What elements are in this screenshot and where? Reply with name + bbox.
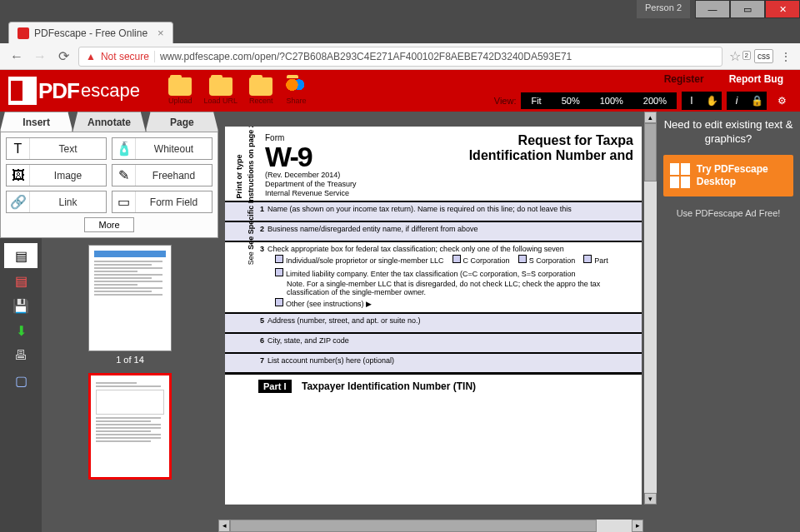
- form-row-2[interactable]: 2Business name/disregarded entity name, …: [225, 221, 642, 241]
- hand-cursor-icon[interactable]: ✋: [702, 92, 722, 110]
- checkbox-ccorp[interactable]: [452, 255, 461, 263]
- side-save-icon[interactable]: 💾: [4, 293, 38, 318]
- extension-badge: 2: [742, 51, 751, 60]
- css-extension-icon[interactable]: css: [754, 49, 773, 63]
- horizontal-scroll-thumb[interactable]: [230, 520, 597, 532]
- forward-button: →: [32, 49, 48, 64]
- tab-insert[interactable]: Insert: [0, 112, 72, 132]
- report-bug-link[interactable]: Report Bug: [729, 73, 783, 85]
- form-title-2: Identification Number and: [365, 148, 633, 163]
- text-cursor-icon[interactable]: I: [682, 92, 702, 110]
- info-icon[interactable]: i: [727, 92, 747, 110]
- gear-icon[interactable]: ⚙: [772, 92, 792, 110]
- side-blank-icon[interactable]: ▢: [4, 368, 38, 393]
- side-doc-icon[interactable]: ▤: [4, 268, 38, 293]
- view-50-button[interactable]: 50%: [552, 92, 590, 109]
- scroll-down-icon[interactable]: ▾: [644, 493, 657, 505]
- tool-image[interactable]: 🖼Image: [6, 164, 107, 186]
- document-viewport[interactable]: Print or type See See Specific Instructi…: [218, 112, 657, 532]
- form-row-7[interactable]: 7List account number(s) here (optional): [225, 353, 642, 373]
- form-row-5[interactable]: 5Address (number, street, and apt. or su…: [225, 313, 642, 333]
- scroll-right-icon[interactable]: ▸: [632, 520, 643, 532]
- view-100-button[interactable]: 100%: [590, 92, 633, 109]
- browser-tab[interactable]: PDFescape - Free Online ×: [8, 22, 173, 43]
- checkbox-scorp[interactable]: [518, 255, 527, 263]
- loadurl-button[interactable]: Load URL: [203, 77, 238, 105]
- window-titlebar: Person 2 — ▭ ✕: [0, 0, 800, 18]
- url-text: www.pdfescape.com/open/?C27B608AB293C4E2…: [160, 51, 572, 62]
- checkbox-llc[interactable]: [275, 268, 283, 276]
- part-1-title: Taxpayer Identification Number (TIN): [302, 380, 476, 392]
- checkbox-partnership[interactable]: [583, 255, 592, 263]
- form-irs: Internal Revenue Service: [265, 189, 357, 198]
- scroll-left-icon[interactable]: ◂: [218, 520, 230, 532]
- browser-menu-icon[interactable]: ⋮: [780, 50, 792, 63]
- upload-button[interactable]: Upload: [168, 77, 192, 105]
- thumbnail-page-2[interactable]: [88, 373, 172, 480]
- try-desktop-button[interactable]: Try PDFescape Desktop: [663, 155, 793, 196]
- left-panel: Insert Annotate Page TText 🧴Whiteout 🖼Im…: [0, 112, 218, 532]
- close-button[interactable]: ✕: [765, 0, 800, 18]
- tool-whiteout[interactable]: 🧴Whiteout: [112, 137, 212, 160]
- profile-label[interactable]: Person 2: [637, 0, 690, 18]
- side-page-icon[interactable]: ▤: [4, 243, 38, 268]
- logo-text-escape: escape: [81, 80, 140, 102]
- recent-button[interactable]: Recent: [249, 77, 273, 105]
- view-fit-button[interactable]: Fit: [521, 92, 551, 109]
- share-button[interactable]: Share: [285, 77, 308, 105]
- checkbox-individual[interactable]: [275, 255, 283, 263]
- tool-freehand[interactable]: ✎Freehand: [112, 164, 212, 186]
- view-controls: View: Fit 50% 100% 200% I ✋ i 🔒 ⚙: [494, 92, 792, 110]
- logo-text-pdf: PDF: [38, 78, 79, 104]
- tab-page[interactable]: Page: [146, 112, 218, 132]
- header-links: Register Report Bug: [664, 73, 783, 85]
- address-bar: ← → ⟳ ▲ Not secure www.pdfescape.com/ope…: [0, 43, 800, 70]
- side-download-icon[interactable]: ⬇: [4, 318, 38, 343]
- thumbnail-area: ▤ ▤ 💾 ⬇ 🖶 ▢ 1 of 14: [0, 238, 218, 532]
- vertical-scroll-thumb[interactable]: [644, 123, 657, 181]
- logo[interactable]: PDFescape: [8, 77, 140, 105]
- promo-panel: Need to edit existing text & graphics? T…: [657, 112, 800, 532]
- image-icon: 🖼: [7, 165, 30, 186]
- horizontal-scrollbar[interactable]: ◂ ▸: [218, 520, 643, 532]
- link-icon: 🔗: [7, 191, 30, 212]
- ad-free-link[interactable]: Use PDFescape Ad Free!: [663, 208, 793, 218]
- more-button[interactable]: More: [84, 217, 134, 232]
- header-toolbar: Upload Load URL Recent Share: [168, 77, 308, 105]
- tab-close-icon[interactable]: ×: [158, 27, 164, 39]
- form-row-3: 3Check appropriate box for federal tax c…: [225, 241, 642, 313]
- promo-button-text: Try PDFescape Desktop: [697, 163, 787, 187]
- form-note: Note. For a single-member LLC that is di…: [260, 280, 637, 296]
- part-1-label: Part I: [258, 380, 292, 393]
- tab-annotate[interactable]: Annotate: [72, 112, 145, 132]
- tool-formfield[interactable]: ▭Form Field: [112, 191, 212, 213]
- thumbnail-pane[interactable]: 1 of 14: [42, 238, 218, 532]
- people-icon: [285, 77, 308, 96]
- side-print-icon[interactable]: 🖶: [4, 343, 38, 368]
- bookmark-icon[interactable]: ☆: [729, 48, 741, 64]
- back-button[interactable]: ←: [8, 49, 25, 64]
- text-icon: T: [7, 138, 30, 159]
- tool-link[interactable]: 🔗Link: [6, 191, 107, 213]
- pdf-page[interactable]: Print or type See See Specific Instructi…: [225, 127, 642, 505]
- tool-text[interactable]: TText: [6, 137, 107, 160]
- side-text-print: Print or type: [235, 127, 243, 260]
- checkbox-other[interactable]: [275, 298, 283, 306]
- maximize-button[interactable]: ▭: [730, 0, 765, 18]
- form-row-6[interactable]: 6City, state, and ZIP code: [225, 333, 642, 353]
- minimize-button[interactable]: —: [695, 0, 730, 18]
- thumbnail-caption-1: 1 of 14: [48, 355, 212, 365]
- form-row-1[interactable]: 1Name (as shown on your income tax retur…: [225, 201, 642, 221]
- form-title-1: Request for Taxpa: [365, 133, 633, 148]
- view-200-button[interactable]: 200%: [633, 92, 677, 109]
- scroll-up-icon[interactable]: ▴: [644, 112, 657, 123]
- logo-icon: [8, 77, 37, 105]
- vertical-scrollbar[interactable]: ▴ ▾: [644, 112, 657, 505]
- form-header: Form W-9 (Rev. December 2014) Department…: [225, 127, 642, 201]
- thumbnail-page-1[interactable]: [88, 245, 172, 351]
- register-link[interactable]: Register: [664, 73, 704, 85]
- lock-icon[interactable]: 🔒: [747, 92, 767, 110]
- omnibox[interactable]: ▲ Not secure www.pdfescape.com/open/?C27…: [78, 47, 722, 67]
- side-icon-strip: ▤ ▤ 💾 ⬇ 🖶 ▢: [0, 238, 42, 532]
- reload-button[interactable]: ⟳: [55, 48, 72, 64]
